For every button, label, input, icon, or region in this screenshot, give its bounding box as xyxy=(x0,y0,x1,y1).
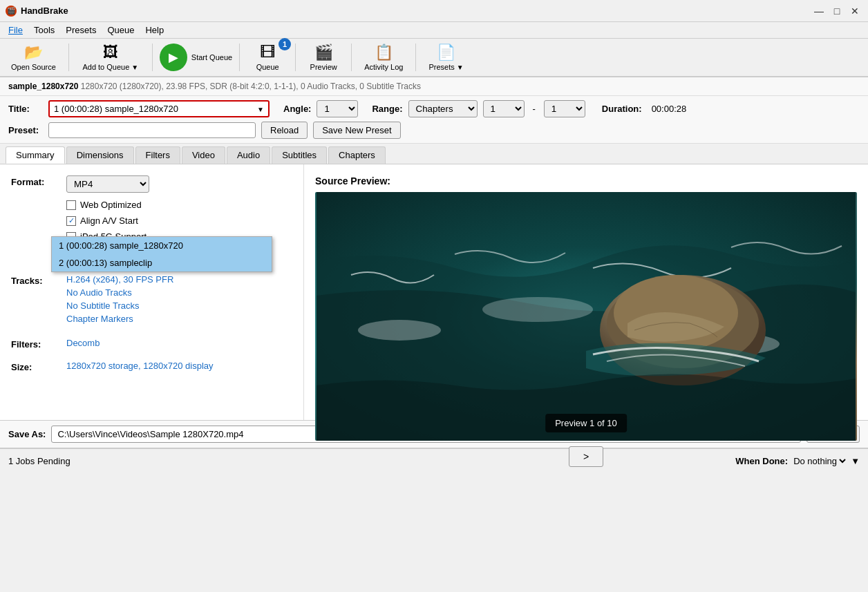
preview-badge: Preview 1 of 10 xyxy=(545,414,627,432)
menu-help[interactable]: Help xyxy=(140,23,169,37)
tracks-label: Tracks: xyxy=(11,274,66,286)
web-optimized-label: Web Optimized xyxy=(80,200,142,210)
toolbar-sep-6 xyxy=(415,44,416,71)
track-subtitle: No Subtitle Tracks xyxy=(66,300,292,311)
save-preset-button[interactable]: Save New Preset xyxy=(313,122,400,139)
size-row: Size: 1280x720 storage, 1280x720 display xyxy=(11,361,292,372)
preview-next-button[interactable]: > xyxy=(569,446,603,467)
reload-button[interactable]: Reload xyxy=(261,122,308,139)
tab-dimensions[interactable]: Dimensions xyxy=(66,146,134,164)
app-title: HandBrake xyxy=(21,6,68,16)
chapter-start-select[interactable]: 1 xyxy=(483,100,525,117)
start-queue-button[interactable]: ▶ xyxy=(160,44,187,71)
when-done-label: When Done: xyxy=(735,456,788,466)
when-done-select[interactable]: Do nothing Shutdown Sleep xyxy=(791,455,848,467)
toolbar-sep-3 xyxy=(239,44,240,71)
align-av-label: Align A/V Start xyxy=(80,216,138,226)
toolbar-sep-5 xyxy=(351,44,352,71)
format-label: Format: xyxy=(11,175,66,187)
title-select-wrapper: 1 (00:00:28) sample_1280x720 2 (00:00:13… xyxy=(48,100,270,117)
toolbar-sep-1 xyxy=(68,44,69,71)
svg-point-1 xyxy=(358,320,441,341)
toolbar-sep-2 xyxy=(152,44,153,71)
add-to-queue-button[interactable]: 🖼 Add to Queue ▼ xyxy=(76,41,145,74)
ocean-svg xyxy=(315,192,857,441)
jobs-pending: 1 Jobs Pending xyxy=(8,456,70,466)
tracks-row: Tracks: H.264 (x264), 30 FPS PFR No Audi… xyxy=(11,274,292,327)
panels-area: Format: MP4 MKV WebM Web Optimized ✓ xyxy=(0,164,868,420)
preview-icon: 🎬 xyxy=(314,44,333,61)
app-icon: 🎬 xyxy=(6,6,17,17)
preset-input[interactable] xyxy=(48,122,256,138)
tab-chapters[interactable]: Chapters xyxy=(328,146,386,164)
align-av-checkbox[interactable]: ✓ xyxy=(66,216,76,226)
tab-video[interactable]: Video xyxy=(182,146,225,164)
format-select[interactable]: MP4 MKV WebM xyxy=(66,175,149,193)
add-queue-icon: 🖼 xyxy=(103,44,118,61)
svg-point-2 xyxy=(482,297,593,322)
angle-label: Angle: xyxy=(283,104,311,114)
tabs-bar: Summary Dimensions Filters Video Audio S… xyxy=(0,144,868,164)
tab-audio[interactable]: Audio xyxy=(227,146,270,164)
preset-label: Preset: xyxy=(8,125,43,135)
activity-log-icon: 📋 xyxy=(375,44,393,61)
source-details-text: 1280x720 (1280x720), 23.98 FPS, SDR (8-b… xyxy=(81,82,421,91)
size-value: 1280x720 storage, 1280x720 display xyxy=(66,361,214,371)
menu-bar: File Tools Presets Queue Help xyxy=(0,22,868,39)
duration-value: 00:00:28 xyxy=(652,104,687,114)
menu-tools[interactable]: Tools xyxy=(28,23,60,37)
title-preset-section: Title: 1 (00:00:28) sample_1280x720 2 (0… xyxy=(0,96,868,144)
toolbar-sep-4 xyxy=(295,44,296,71)
dropdown-item-2[interactable]: 2 (00:00:13) sampleclip xyxy=(52,254,272,271)
filters-row: Filters: Decomb xyxy=(11,338,292,350)
duration-label: Duration: xyxy=(602,104,642,114)
range-label: Range: xyxy=(372,104,402,114)
presets-button[interactable]: 📄 Presets ▼ xyxy=(423,41,469,74)
summary-panel: Format: MP4 MKV WebM Web Optimized ✓ xyxy=(0,164,304,420)
when-done-section: When Done: Do nothing Shutdown Sleep ▼ xyxy=(735,455,860,467)
activity-log-button[interactable]: 📋 Activity Log xyxy=(359,41,408,74)
track-video: H.264 (x264), 30 FPS PFR xyxy=(66,274,292,285)
preview-image: Preview 1 of 10 xyxy=(315,192,857,441)
menu-queue[interactable]: Queue xyxy=(102,23,140,37)
dropdown-item-1[interactable]: 1 (00:00:28) sample_1280x720 xyxy=(52,237,272,254)
track-audio: No Audio Tracks xyxy=(66,287,292,298)
tab-summary[interactable]: Summary xyxy=(6,146,65,164)
source-filename: sample_1280x720 xyxy=(8,82,78,91)
start-queue-label: Start Queue xyxy=(191,53,232,61)
queue-icon: 🎞 xyxy=(260,44,275,61)
chapter-end-select[interactable]: 1 xyxy=(544,100,585,117)
minimize-button[interactable]: — xyxy=(811,3,827,19)
preview-panel: Source Preview: xyxy=(304,164,868,420)
angle-select[interactable]: 1 xyxy=(317,100,358,117)
presets-dropdown-arrow[interactable]: ▼ xyxy=(457,64,464,71)
filters-label: Filters: xyxy=(11,338,66,350)
size-label: Size: xyxy=(11,361,66,372)
when-done-dropdown-arrow: ▼ xyxy=(851,456,860,466)
chapter-dash: - xyxy=(533,104,536,114)
tab-subtitles[interactable]: Subtitles xyxy=(272,146,327,164)
save-as-label: Save As: xyxy=(8,429,46,439)
open-source-icon: 📂 xyxy=(24,44,43,61)
queue-button[interactable]: 🎞 1 Queue xyxy=(247,41,288,74)
range-select[interactable]: Chapters xyxy=(408,100,478,117)
presets-icon: 📄 xyxy=(437,44,455,61)
title-bar: 🎬 HandBrake — □ ✕ xyxy=(0,0,868,22)
web-optimized-checkbox[interactable] xyxy=(66,200,76,210)
preview-button[interactable]: 🎬 Preview xyxy=(303,41,344,74)
menu-presets[interactable]: Presets xyxy=(60,23,102,37)
title-select[interactable]: 1 (00:00:28) sample_1280x720 2 (00:00:13… xyxy=(48,100,270,117)
tab-filters[interactable]: Filters xyxy=(135,146,180,164)
web-optimized-row[interactable]: Web Optimized xyxy=(66,200,292,210)
maximize-button[interactable]: □ xyxy=(829,3,845,19)
preview-title: Source Preview: xyxy=(315,175,857,187)
open-source-button[interactable]: 📂 Open Source xyxy=(6,41,62,74)
toolbar: 📂 Open Source 🖼 Add to Queue ▼ ▶ Start Q… xyxy=(0,39,868,77)
source-info-bar: sample_1280x720 1280x720 (1280x720), 23.… xyxy=(0,77,868,96)
add-queue-dropdown-arrow[interactable]: ▼ xyxy=(131,64,138,71)
filters-value: Decomb xyxy=(66,338,100,348)
align-av-row[interactable]: ✓ Align A/V Start xyxy=(66,216,292,226)
title-label: Title: xyxy=(8,104,43,114)
close-button[interactable]: ✕ xyxy=(847,3,862,19)
menu-file[interactable]: File xyxy=(3,23,28,37)
